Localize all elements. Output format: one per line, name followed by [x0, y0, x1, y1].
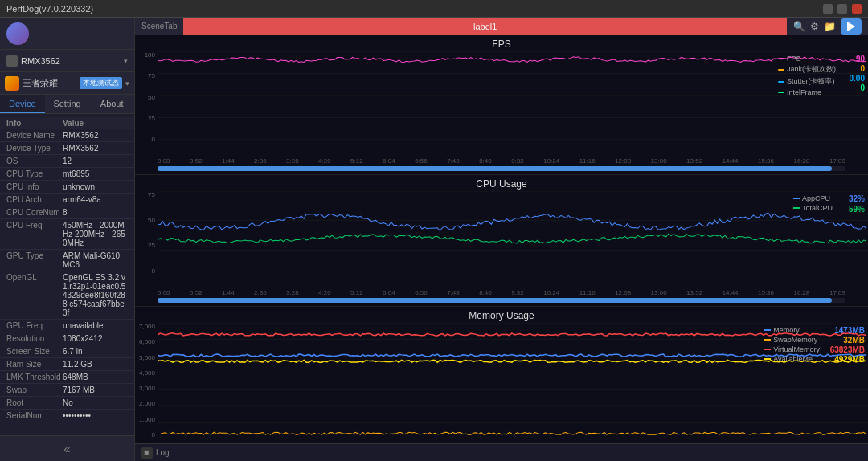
info-key: Device Type: [6, 144, 63, 153]
cpu-legend: AppCPUTotalCPU: [793, 194, 833, 212]
game-icon: [5, 76, 19, 91]
game-dropdown-icon: ▾: [125, 80, 129, 88]
cpu-chart-canvas-wrap: 32%59%AppCPUTotalCPU: [158, 191, 868, 288]
legend-color: [793, 207, 800, 209]
legend-item: AvailableMe...: [764, 355, 820, 363]
scene-tab-bar: SceneTab label1 🔍 ⚙ 📁: [135, 18, 868, 35]
svg-marker-0: [847, 22, 855, 31]
content-area: SceneTab label1 🔍 ⚙ 📁 FPS10075502509000.…: [135, 18, 868, 461]
folder-icon[interactable]: 📁: [824, 21, 836, 32]
settings-icon[interactable]: ⚙: [810, 21, 819, 32]
memory-legend: MemorySwapMemoryVirtualMemoryAvailableMe…: [764, 326, 820, 363]
info-key: GPU Freq: [6, 321, 63, 330]
fps-chart-canvas-wrap: 9000.000FPSJank(卡顿次数)Stutter(卡顿率)IntelFr…: [158, 51, 868, 156]
legend-item: Memory: [764, 326, 820, 334]
tab-about[interactable]: About: [89, 95, 134, 113]
label1-text: label1: [473, 22, 497, 31]
minimize-btn[interactable]: [823, 4, 833, 14]
info-row: CPU Infounknown: [0, 181, 134, 194]
label1-bar[interactable]: label1: [183, 18, 787, 35]
legend-item: SwapMemory: [764, 336, 820, 344]
search-icon[interactable]: 🔍: [793, 21, 805, 32]
tab-setting[interactable]: Setting: [45, 95, 90, 113]
memory-chart-area: 7,0006,0005,0004,0003,0002,0001,00001473…: [135, 323, 868, 443]
collapse-icon[interactable]: «: [64, 443, 71, 455]
info-row: Device TypeRMX3562: [0, 142, 134, 155]
info-header: Info Value: [0, 117, 134, 129]
legend-color: [778, 81, 784, 83]
info-row: CPU Archarm64-v8a: [0, 194, 134, 206]
fps-y-axis: 1007550250: [135, 51, 158, 156]
scene-tab-label: SceneTab: [135, 22, 183, 31]
play-icon: [847, 22, 855, 31]
info-key: Swap: [6, 386, 63, 394]
info-value: 11.2 GB: [63, 360, 92, 369]
window-controls: [823, 4, 862, 14]
tab-device[interactable]: Device: [0, 95, 45, 113]
game-name: 王者荣耀: [23, 77, 76, 89]
info-row: Resolution1080x2412: [0, 332, 134, 345]
info-value: ARM Mali-G610 MC6: [63, 251, 128, 269]
info-value: No: [63, 398, 73, 407]
cpu-values: 32%59%: [849, 194, 865, 214]
cpu-chart-title: CPU Usage: [135, 175, 868, 191]
memory-svg: [158, 323, 868, 439]
legend-item: IntelFrame: [778, 88, 836, 96]
fps-svg: [158, 51, 868, 140]
device-selector[interactable]: RMX3562 ▾: [0, 50, 134, 72]
info-row: Ram Size11.2 GB: [0, 358, 134, 371]
maximize-btn[interactable]: [837, 4, 847, 14]
info-table: Info Value Device NameRMX3562Device Type…: [0, 114, 134, 435]
legend-color: [793, 198, 800, 199]
charts-container: FPS10075502509000.000FPSJank(卡顿次数)Stutte…: [135, 35, 868, 443]
legend-color: [764, 339, 771, 341]
bottom-bar: ▣ Log: [135, 443, 868, 461]
info-value: RMX3562: [63, 131, 98, 140]
fps-chart-section: FPS10075502509000.000FPSJank(卡顿次数)Stutte…: [135, 35, 868, 175]
memory-chart-title: Memory Usage: [135, 307, 868, 323]
titlebar: PerfDog(v7.0.220332): [0, 0, 868, 18]
legend-item: AppCPU: [793, 194, 833, 202]
device-icon: [6, 55, 18, 67]
info-row: GPU TypeARM Mali-G610 MC6: [0, 250, 134, 271]
info-value: mt6895: [63, 169, 89, 178]
chart-scrollbar[interactable]: [158, 298, 845, 303]
game-selector[interactable]: 王者荣耀 本地测试态 ▾: [0, 72, 134, 95]
device-name: RMX3562: [21, 56, 121, 66]
info-value: unknown: [63, 182, 95, 191]
time-axis: 0:000:521:442:363:284:205:126:046:567:48…: [135, 288, 868, 298]
sidebar: RMX3562 ▾ 王者荣耀 本地测试态 ▾ Device Setting Ab…: [0, 18, 135, 461]
info-row: RootNo: [0, 397, 134, 410]
legend-item: VirtualMemory: [764, 345, 820, 353]
sidebar-header: [0, 18, 134, 50]
legend-color: [764, 349, 771, 350]
close-btn[interactable]: [852, 4, 862, 14]
info-value: OpenGL ES 3.2 v1.r32p1-01eac0.5 4329dee8…: [63, 273, 128, 317]
info-key: Device Name: [6, 131, 63, 140]
info-key: CPU Arch: [6, 195, 63, 204]
game-badge: 本地测试态: [80, 77, 122, 89]
info-key: OS: [6, 157, 63, 165]
info-col-header-key: Info: [6, 119, 63, 128]
info-value: 648MB: [63, 373, 88, 381]
info-key: SerialNum: [6, 411, 63, 420]
memory-chart-canvas-wrap: 1473MB32MB63823MB4929MBMemorySwapMemoryV…: [158, 323, 868, 443]
play-button[interactable]: [841, 18, 862, 35]
sidebar-bottom: «: [0, 435, 134, 461]
legend-item: FPS: [778, 55, 836, 63]
tab-bar: Device Setting About: [0, 95, 134, 114]
info-row: CPU CoreNum8: [0, 206, 134, 219]
memory-chart-section: Memory Usage7,0006,0005,0004,0003,0002,0…: [135, 307, 868, 443]
info-value: 12: [63, 157, 72, 165]
main-layout: RMX3562 ▾ 王者荣耀 本地测试态 ▾ Device Setting Ab…: [0, 18, 868, 461]
info-row: Swap7167 MB: [0, 384, 134, 397]
toolbar-icons: 🔍 ⚙ 📁: [787, 18, 868, 35]
info-key: OpenGL: [6, 273, 63, 282]
info-row: CPU Typemt6895: [0, 168, 134, 181]
info-key: CPU Type: [6, 169, 63, 178]
device-dropdown-icon: ▾: [124, 57, 128, 65]
fps-chart-title: FPS: [135, 35, 868, 51]
chart-scrollbar[interactable]: [158, 166, 845, 171]
info-row: Screen Size6.7 in: [0, 345, 134, 358]
app-title: PerfDog(v7.0.220332): [6, 4, 93, 14]
